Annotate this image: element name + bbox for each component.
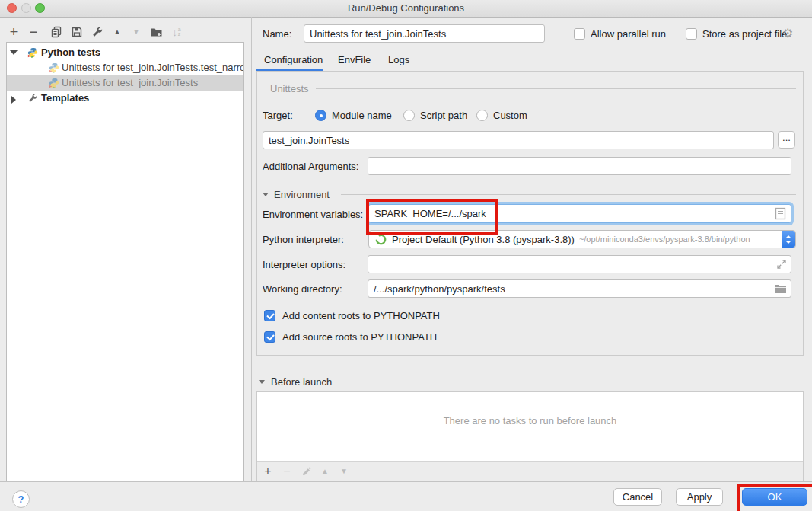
add-source-roots-label: Add source roots to PYTHONPATH <box>282 331 437 343</box>
tree-item-label: Unittests for test_join.JoinTests <box>62 77 198 88</box>
additional-arguments-input[interactable] <box>368 157 791 175</box>
question-mark-icon: ? <box>18 493 24 505</box>
folder-icon <box>774 284 787 294</box>
minus-icon: − <box>283 465 290 477</box>
allow-parallel-run-label: Allow parallel run <box>591 28 666 40</box>
move-down-button[interactable]: ▼ <box>127 24 145 40</box>
new-folder-button[interactable] <box>147 24 165 40</box>
environment-variables-input[interactable] <box>368 204 791 223</box>
before-launch-empty-message: There are no tasks to run before launch <box>257 415 803 426</box>
add-source-roots-checkbox[interactable] <box>264 331 275 343</box>
before-launch-collapse-icon[interactable] <box>259 380 265 384</box>
tree-item-python-tests[interactable]: Python tests <box>7 45 243 60</box>
store-as-project-file-label: Store as project file <box>702 28 787 40</box>
move-task-down-button[interactable]: ▼ <box>335 463 353 480</box>
python-test-icon <box>49 62 59 73</box>
chevron-down-icon[interactable] <box>10 50 18 55</box>
minus-icon: − <box>30 25 38 39</box>
store-as-project-file-checkbox[interactable] <box>686 28 697 40</box>
edit-variables-list-icon[interactable] <box>775 207 786 220</box>
move-task-up-button[interactable]: ▲ <box>316 463 334 480</box>
environment-collapse-icon[interactable] <box>263 193 269 196</box>
copy-configuration-button[interactable] <box>47 24 65 40</box>
before-launch-task-list: There are no tasks to run before launch … <box>256 391 804 481</box>
edit-templates-button[interactable] <box>88 24 107 40</box>
templates-wrench-icon <box>27 93 38 104</box>
sort-configurations-button[interactable]: ↓ az <box>167 24 186 40</box>
browse-module-button[interactable]: ... <box>778 131 795 149</box>
name-input[interactable] <box>304 24 545 43</box>
target-script-path-label: Script path <box>420 110 467 121</box>
working-directory-input[interactable] <box>368 279 791 298</box>
chevron-up-icon <box>785 235 791 238</box>
environment-section-label[interactable]: Environment <box>274 189 330 200</box>
tab-envfile[interactable]: EnvFile <box>338 54 371 65</box>
chevron-right-icon[interactable] <box>11 96 16 104</box>
plus-icon: + <box>264 465 271 477</box>
footer-divider <box>0 481 812 482</box>
python-tests-icon <box>27 47 38 58</box>
ellipsis-icon: ... <box>782 132 791 143</box>
move-up-icon: ▲ <box>321 468 329 475</box>
add-content-roots-label: Add content roots to PYTHONPATH <box>282 310 440 321</box>
target-custom-label: Custom <box>493 110 527 121</box>
tab-configuration[interactable]: Configuration <box>264 54 323 65</box>
interpreter-options-input[interactable] <box>368 255 791 273</box>
target-module-name-label: Module name <box>332 110 392 121</box>
section-divider <box>337 382 804 382</box>
tree-item-label: Python tests <box>41 46 100 58</box>
name-label: Name: <box>263 28 291 40</box>
module-name-input[interactable] <box>263 131 774 149</box>
save-icon <box>71 26 83 38</box>
save-configuration-button[interactable] <box>68 24 86 40</box>
python-interpreter-path: ~/opt/miniconda3/envs/pyspark-3.8/bin/py… <box>579 235 750 244</box>
configuration-tree: Python tests Unittests for test_join.Joi… <box>6 42 244 481</box>
tree-item-unittests-jointests-selected[interactable]: Unittests for test_join.JoinTests <box>7 75 243 91</box>
unittests-group-label: Unittests <box>270 83 309 94</box>
target-custom-radio[interactable] <box>476 110 488 121</box>
move-down-icon: ▼ <box>340 468 348 475</box>
allow-parallel-run-checkbox[interactable] <box>574 28 585 40</box>
apply-button[interactable]: Apply <box>676 488 723 506</box>
gear-icon[interactable]: ⚙ <box>782 26 793 40</box>
ok-button[interactable]: OK <box>742 488 807 506</box>
cancel-button[interactable]: Cancel <box>613 488 662 506</box>
window-title: Run/Debug Configurations <box>0 2 812 14</box>
section-divider <box>341 194 796 195</box>
target-script-path-radio[interactable] <box>403 110 415 121</box>
working-directory-label: Working directory: <box>263 283 342 295</box>
python-interpreter-value: Project Default (Python 3.8 (pyspark-3.8… <box>392 234 575 245</box>
sort-az-icon: az <box>178 27 181 37</box>
wrench-icon <box>91 26 103 38</box>
tree-item-label: Unittests for test_join.JoinTests.test_n… <box>62 62 244 73</box>
help-button[interactable]: ? <box>12 490 30 508</box>
add-configuration-button[interactable]: + <box>5 24 23 40</box>
move-down-icon: ▼ <box>132 28 140 36</box>
remove-task-button[interactable]: − <box>278 463 296 480</box>
tree-item-unittests-test-narrow[interactable]: Unittests for test_join.JoinTests.test_n… <box>7 60 243 75</box>
remove-configuration-button[interactable]: − <box>24 24 43 40</box>
move-up-button[interactable]: ▲ <box>108 24 126 40</box>
tree-item-templates[interactable]: Templates <box>7 91 243 106</box>
python-test-icon <box>49 78 59 88</box>
add-content-roots-checkbox[interactable] <box>264 310 275 321</box>
before-launch-section-label[interactable]: Before launch <box>271 376 332 388</box>
target-module-name-radio[interactable] <box>315 110 326 121</box>
tree-item-label: Templates <box>41 92 89 104</box>
conda-environment-icon <box>375 234 387 245</box>
tab-logs[interactable]: Logs <box>388 54 409 65</box>
interpreter-options-label: Interpreter options: <box>263 259 345 270</box>
python-interpreter-select[interactable]: Project Default (Python 3.8 (pyspark-3.8… <box>368 230 796 248</box>
panel-divider <box>251 17 252 481</box>
interpreter-dropdown-stepper[interactable] <box>782 231 795 248</box>
edit-task-button[interactable] <box>297 463 315 480</box>
target-label: Target: <box>263 110 293 121</box>
move-up-icon: ▲ <box>113 28 121 36</box>
run-debug-configurations-dialog: Run/Debug Configurations + − ▲ ▼ ↓ az <box>0 0 812 511</box>
group-divider <box>316 88 796 89</box>
environment-variables-label: Environment variables: <box>263 209 363 220</box>
add-task-button[interactable]: + <box>259 463 277 480</box>
additional-arguments-label: Additional Arguments: <box>263 161 358 172</box>
expand-field-icon[interactable] <box>776 259 787 270</box>
chevron-down-icon <box>785 241 791 244</box>
